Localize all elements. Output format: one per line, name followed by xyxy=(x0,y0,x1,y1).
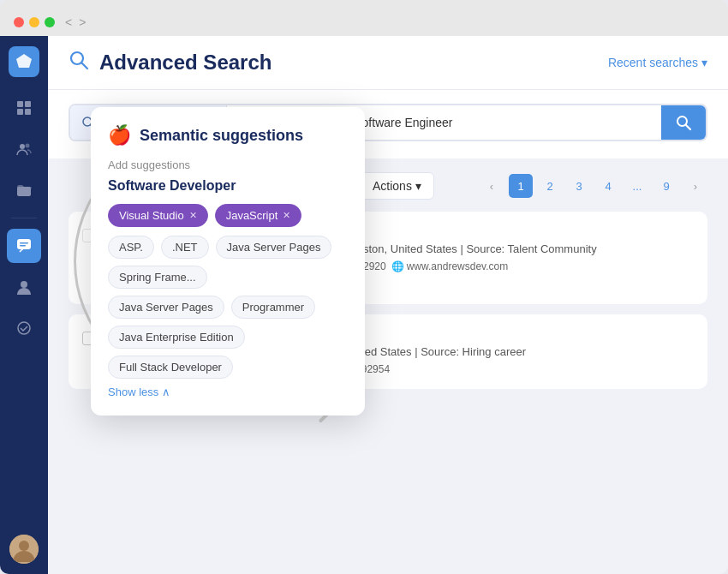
header-left: Advanced Search xyxy=(69,50,272,75)
tags-row-2: Spring Frame... xyxy=(108,266,348,289)
svg-rect-3 xyxy=(17,109,23,115)
page-9[interactable]: 9 xyxy=(654,174,678,198)
show-less-button[interactable]: Show less ∧ xyxy=(108,386,170,398)
web-icon-julie: 🌐 xyxy=(391,260,404,272)
close-dot[interactable] xyxy=(14,17,24,27)
page-ellipsis: ... xyxy=(625,174,649,198)
sidebar xyxy=(0,36,48,574)
recent-searches-button[interactable]: Recent searches ▾ xyxy=(608,56,707,69)
sidebar-logo[interactable] xyxy=(9,46,39,77)
pagination: ‹ 1 2 3 4 ... 9 › xyxy=(480,174,707,198)
svg-rect-10 xyxy=(20,245,26,247)
category-label: Software Developer xyxy=(108,178,348,194)
tag-java-server-pages-1[interactable]: Java Server Pages xyxy=(216,236,332,259)
tags-row-3: Java Server Pages Programmer xyxy=(108,296,348,319)
svg-point-14 xyxy=(19,541,29,551)
page-next[interactable]: › xyxy=(683,174,707,198)
tag-java-enterprise[interactable]: Java Enterprise Edition xyxy=(108,326,245,349)
header: Advanced Search Recent searches ▾ xyxy=(48,36,728,90)
svg-rect-4 xyxy=(25,109,31,115)
sidebar-item-people[interactable] xyxy=(7,132,41,166)
app-container: Advanced Search Recent searches ▾ Search… xyxy=(0,36,728,574)
page-prev[interactable]: ‹ xyxy=(480,174,504,198)
tag-asp[interactable]: ASP. xyxy=(108,236,154,259)
browser-nav: < > xyxy=(65,15,86,29)
page-2[interactable]: 2 xyxy=(538,174,562,198)
tag-java-server-pages-2[interactable]: Java Server Pages xyxy=(108,296,224,319)
nav-prev[interactable]: < xyxy=(65,15,72,29)
page-3[interactable]: 3 xyxy=(567,174,591,198)
svg-rect-8 xyxy=(17,239,31,249)
svg-rect-1 xyxy=(17,101,23,107)
selected-tags-row: Visual Studio ✕ JavaScript ✕ xyxy=(108,204,348,227)
svg-line-16 xyxy=(82,63,88,69)
search-submit-button[interactable] xyxy=(661,105,706,140)
sidebar-divider-1 xyxy=(11,218,37,218)
tag-visual-studio[interactable]: Visual Studio ✕ xyxy=(108,204,208,227)
suggestion-icon: 🍎 xyxy=(108,124,131,146)
tag-spring[interactable]: Spring Frame... xyxy=(108,266,207,289)
svg-point-12 xyxy=(18,322,30,334)
semantic-suggestions-panel: 🍎 Semantic suggestions Add suggestions S… xyxy=(91,107,365,416)
actions-chevron: ▾ xyxy=(415,179,421,193)
sidebar-item-check[interactable] xyxy=(7,311,41,345)
browser-chrome: < > xyxy=(0,0,728,36)
suggestion-header: 🍎 Semantic suggestions xyxy=(108,124,348,146)
search-icon-header xyxy=(69,50,89,75)
actions-button[interactable]: Actions ▾ xyxy=(360,172,434,200)
tag-programmer[interactable]: Programmer xyxy=(231,296,315,319)
sidebar-item-chat[interactable] xyxy=(7,229,41,263)
tag-fullstack[interactable]: Full Stack Developer xyxy=(108,356,233,379)
tags-row-1: ASP. .NET Java Server Pages xyxy=(108,236,348,259)
tag-net[interactable]: .NET xyxy=(161,236,209,259)
browser-dots xyxy=(14,17,55,27)
website-meta-julie: 🌐 www.andrewsdev.com xyxy=(391,260,509,272)
page-1[interactable]: 1 xyxy=(509,174,533,198)
suggestion-title: Semantic suggestions xyxy=(140,127,303,145)
sidebar-avatar[interactable] xyxy=(9,535,39,564)
tags-row-5: Full Stack Developer xyxy=(108,356,348,379)
svg-line-20 xyxy=(686,125,690,129)
sidebar-item-dashboard[interactable] xyxy=(7,91,41,125)
tags-row-4: Java Enterprise Edition xyxy=(108,326,348,349)
actions-label: Actions xyxy=(373,179,412,193)
tag-visual-studio-remove[interactable]: ✕ xyxy=(189,210,197,221)
svg-point-5 xyxy=(20,144,25,149)
add-suggestions-label: Add suggestions xyxy=(108,158,348,171)
svg-rect-2 xyxy=(25,101,31,107)
page-4[interactable]: 4 xyxy=(596,174,620,198)
tag-javascript-remove[interactable]: ✕ xyxy=(283,210,290,221)
maximize-dot[interactable] xyxy=(45,17,55,27)
tag-javascript[interactable]: JavaScript ✕ xyxy=(215,204,302,227)
sidebar-item-profile[interactable] xyxy=(7,270,41,304)
main-content: Advanced Search Recent searches ▾ Search… xyxy=(48,36,728,574)
page-title: Advanced Search xyxy=(99,51,272,75)
svg-point-6 xyxy=(26,144,30,148)
content-row: 🍎 Semantic suggestions Add suggestions S… xyxy=(48,158,728,413)
minimize-dot[interactable] xyxy=(29,17,39,27)
svg-rect-9 xyxy=(20,242,28,244)
svg-point-11 xyxy=(21,281,27,288)
svg-marker-0 xyxy=(16,54,32,68)
nav-next[interactable]: > xyxy=(79,15,86,29)
sidebar-item-folders[interactable] xyxy=(7,173,41,207)
